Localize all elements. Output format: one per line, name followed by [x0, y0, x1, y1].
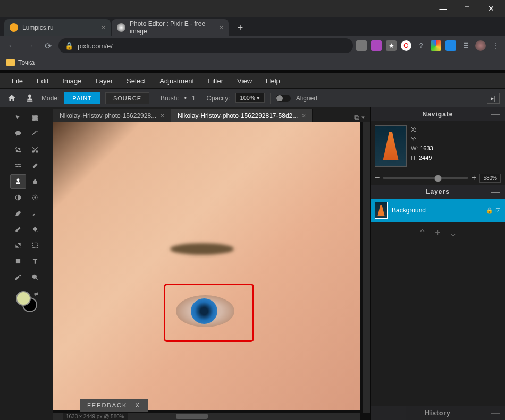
layer-down-button[interactable]: ⌄	[449, 227, 457, 239]
text-tool[interactable]	[27, 254, 43, 269]
navigator-thumbnail[interactable]	[375, 125, 407, 167]
tab-close-icon[interactable]: ×	[216, 24, 223, 31]
profile-avatar[interactable]	[475, 40, 486, 51]
eraser-tool[interactable]	[10, 222, 26, 237]
ext-help-icon[interactable]: ?	[416, 40, 426, 51]
cut-tool[interactable]	[27, 142, 43, 157]
zoom-out-button[interactable]: −	[375, 173, 380, 183]
browser-menu-icon[interactable]: ⋮	[490, 40, 501, 51]
move-tool[interactable]	[10, 110, 26, 125]
reload-button[interactable]: ⟳	[40, 38, 55, 53]
layer-item-background[interactable]: Background 🔒 ☑	[371, 199, 505, 222]
ext-icon[interactable]	[445, 40, 456, 51]
shape-tool[interactable]	[10, 254, 26, 269]
navigate-panel-header[interactable]: Navigate —	[371, 107, 505, 121]
brush-tool[interactable]	[27, 206, 43, 221]
mode-paint-button[interactable]: PAINT	[64, 92, 100, 104]
bookmark-folder[interactable]: Точка	[18, 59, 35, 66]
layout-options-button[interactable]: ⧉ ▾	[349, 113, 370, 122]
crop-tool[interactable]	[10, 142, 26, 157]
brush-preview[interactable]: •	[184, 95, 187, 102]
swap-colors-icon[interactable]: ⇄	[34, 291, 38, 297]
browser-tab-pixlr[interactable]: Photo Editor : Pixlr E - free image ×	[112, 19, 229, 36]
eyedropper-tool[interactable]	[10, 270, 26, 285]
blur-tool[interactable]	[27, 174, 43, 189]
document-tab[interactable]: Nikolay-Hristov-photo-15622928... ×	[53, 109, 171, 122]
close-icon[interactable]: ×	[161, 112, 164, 119]
mode-source-button[interactable]: SOURCE	[105, 92, 149, 104]
ext-icon[interactable]	[356, 40, 367, 51]
ext-icon[interactable]	[371, 40, 382, 51]
layer-up-button[interactable]: ⌃	[418, 227, 426, 239]
layer-thumbnail	[375, 202, 388, 219]
color-swatches[interactable]: ⇄	[16, 291, 37, 312]
menu-edit[interactable]: Edit	[30, 75, 55, 87]
menu-help[interactable]: Help	[259, 75, 287, 87]
navigator-info: X: Y: W:1633 H:2449	[411, 125, 433, 167]
zoom-controls: − + 580%	[371, 171, 505, 185]
wand-tool[interactable]	[27, 126, 43, 141]
address-bar[interactable]: 🔒 pixlr.com/e/	[58, 38, 353, 53]
canvas-viewport[interactable]: FEEDBACK X 1633 x 2449 px @ 580%	[53, 122, 370, 420]
ext-icon[interactable]: O	[401, 40, 411, 51]
menu-view[interactable]: View	[231, 75, 258, 87]
right-panels: Navigate — X: Y: W:1633 H:2449 − + 580% …	[370, 107, 505, 420]
aligned-toggle[interactable]	[276, 95, 291, 102]
add-layer-button[interactable]: +	[435, 227, 441, 239]
new-tab-button[interactable]: +	[233, 20, 248, 35]
history-panel-header[interactable]: History —	[371, 406, 505, 420]
menu-adjustment[interactable]: Adjustment	[153, 75, 200, 87]
menu-layer[interactable]: Layer	[89, 75, 120, 87]
gradient-tool[interactable]	[10, 238, 26, 253]
menu-image[interactable]: Image	[56, 75, 88, 87]
menu-filter[interactable]: Filter	[201, 75, 230, 87]
fill-tool[interactable]	[27, 222, 43, 237]
liquify-tool[interactable]	[10, 158, 26, 173]
zoom-value[interactable]: 580%	[479, 174, 501, 183]
dodge-tool[interactable]	[10, 190, 26, 205]
window-close-button[interactable]: ✕	[479, 1, 503, 16]
reading-list-icon[interactable]: ☰	[460, 40, 471, 51]
zoom-slider[interactable]	[383, 177, 468, 179]
foreground-color[interactable]	[16, 291, 31, 306]
browser-tab-strip: Lumpics.ru × Photo Editor : Pixlr E - fr…	[0, 17, 505, 36]
marquee-tool[interactable]	[27, 110, 43, 125]
layer-lock-icon[interactable]: 🔒	[486, 207, 493, 214]
ext-icon[interactable]: ★	[386, 40, 397, 51]
menu-select[interactable]: Select	[120, 75, 152, 87]
vertical-scrollbar[interactable]	[363, 122, 370, 413]
ext-icon[interactable]	[431, 40, 441, 51]
feedback-close[interactable]: X	[135, 402, 140, 408]
stamp-icon	[25, 93, 35, 103]
zoom-in-button[interactable]: +	[472, 173, 476, 183]
pen-tool[interactable]	[10, 206, 26, 221]
replace-color-tool[interactable]	[27, 238, 43, 253]
document-tabs: Nikolay-Hristov-photo-15622928... × Niko…	[53, 107, 370, 122]
window-minimize-button[interactable]: —	[431, 1, 455, 16]
opacity-dropdown[interactable]: 100% ▾	[235, 93, 265, 103]
browser-tab-lumpics[interactable]: Lumpics.ru ×	[4, 19, 111, 36]
layers-title: Layers	[426, 188, 450, 195]
back-button[interactable]: ←	[4, 38, 19, 53]
clone-stamp-tool[interactable]	[10, 174, 26, 189]
canvas-image[interactable]	[53, 122, 360, 410]
forward-button[interactable]: →	[22, 38, 37, 53]
layer-visibility-icon[interactable]: ☑	[495, 207, 501, 214]
feedback-button[interactable]: FEEDBACK X	[80, 399, 148, 412]
expand-panels-button[interactable]: ▸|	[487, 93, 500, 104]
lasso-tool[interactable]	[10, 126, 26, 141]
menu-file[interactable]: File	[5, 75, 29, 87]
window-maximize-button[interactable]: □	[455, 1, 479, 16]
collapse-icon[interactable]: —	[491, 410, 501, 416]
close-icon[interactable]: ×	[302, 112, 306, 119]
heal-tool[interactable]	[27, 158, 43, 173]
tab-close-icon[interactable]: ×	[98, 24, 105, 31]
sponge-tool[interactable]	[27, 190, 43, 205]
collapse-icon[interactable]: —	[491, 189, 501, 194]
zoom-tool[interactable]	[27, 270, 43, 285]
doc-tab-label: Nikolay-Hristov-photo-15622928...	[60, 112, 156, 119]
home-button[interactable]	[5, 92, 18, 105]
document-tab-active[interactable]: Nikolay-Hristov-photo-1562292817-58d2...…	[171, 109, 313, 122]
layers-panel-header[interactable]: Layers —	[371, 185, 505, 199]
collapse-icon[interactable]: —	[491, 112, 501, 117]
